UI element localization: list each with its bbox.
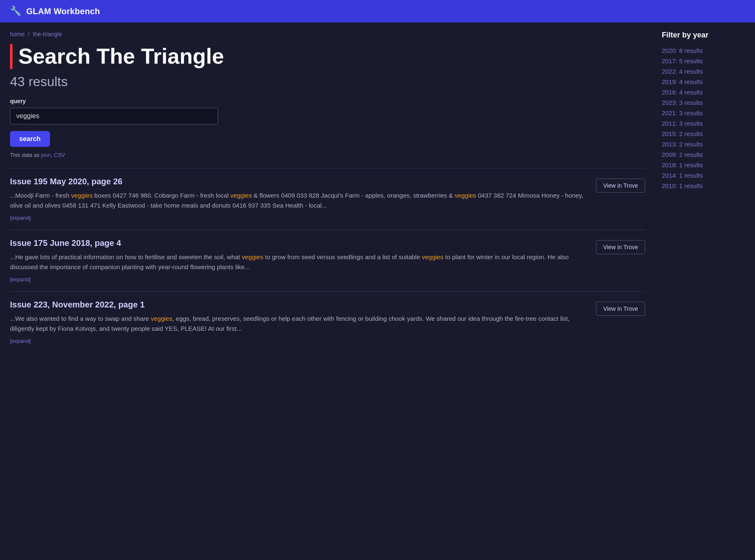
result-text: ...We also wanted to find a way to swap … [10, 314, 588, 334]
expand-link[interactable]: [expand] [10, 276, 31, 282]
result-text: ...He gave lots of practical information… [10, 252, 588, 272]
table-row: Issue 195 May 2020, page 26 ...Moodji Fa… [10, 168, 645, 230]
filter-item[interactable]: 2008: 2 results [662, 150, 745, 159]
title-accent-bar [10, 44, 12, 69]
comma-separator: , [51, 152, 54, 158]
page-title-wrapper: Search The Triangle [10, 44, 645, 69]
page-title: Search The Triangle [18, 45, 224, 68]
result-text: ...Moodji Farm - fresh veggies boxes 042… [10, 191, 588, 211]
query-label: query [10, 98, 645, 104]
filter-item[interactable]: 2013: 2 results [662, 140, 745, 149]
app-header: 🔧 GLAM Workbench [0, 0, 755, 22]
sidebar: Filter by year 2020: 8 results 2017: 5 r… [645, 22, 745, 361]
result-title: Issue 223, November 2022, page 1 [10, 300, 588, 310]
result-title: Issue 175 June 2018, page 4 [10, 238, 588, 248]
breadcrumb-separator: / [28, 31, 30, 37]
filter-item[interactable]: 2018: 1 results [662, 161, 745, 169]
filter-item[interactable]: 2020: 8 results [662, 46, 745, 55]
filter-item[interactable]: 2014: 1 results [662, 171, 745, 180]
filter-item[interactable]: 2016: 4 results [662, 88, 745, 97]
content-area: home / the-triangle Search The Triangle … [10, 22, 645, 361]
results-list: Issue 195 May 2020, page 26 ...Moodji Fa… [10, 168, 645, 353]
search-button[interactable]: search [10, 131, 50, 147]
highlight: veggies [454, 192, 476, 199]
expand-link[interactable]: [expand] [10, 338, 31, 344]
filter-item[interactable]: 2011: 3 results [662, 119, 745, 128]
expand-link[interactable]: [expand] [10, 215, 31, 221]
filter-item[interactable]: 2021: 3 results [662, 109, 745, 117]
data-as-text: This data as [10, 152, 41, 158]
highlight: veggies [151, 315, 172, 322]
highlight: veggies [230, 192, 252, 199]
result-title: Issue 195 May 2020, page 26 [10, 177, 588, 186]
data-links: This data as json, CSV [10, 152, 645, 158]
table-row: Issue 223, November 2022, page 1 ...We a… [10, 291, 645, 353]
view-in-trove-button[interactable]: View in Trove [596, 240, 645, 254]
highlight: veggies [422, 253, 444, 260]
filter-item[interactable]: 2010: 1 results [662, 181, 745, 190]
highlight: veggies [242, 253, 263, 260]
breadcrumb: home / the-triangle [10, 31, 645, 37]
breadcrumb-current[interactable]: the-triangle [33, 31, 62, 37]
result-content: Issue 223, November 2022, page 1 ...We a… [10, 300, 588, 344]
result-content: Issue 195 May 2020, page 26 ...Moodji Fa… [10, 177, 588, 221]
app-title: GLAM Workbench [26, 7, 100, 16]
breadcrumb-home[interactable]: home [10, 31, 25, 37]
wrench-icon: 🔧 [10, 6, 21, 17]
filter-list: 2020: 8 results 2017: 5 results 2022: 4 … [662, 46, 745, 190]
filter-item[interactable]: 2022: 4 results [662, 67, 745, 76]
view-in-trove-button[interactable]: View in Trove [596, 178, 645, 193]
filter-by-year-title: Filter by year [662, 31, 745, 40]
json-link[interactable]: json [41, 152, 51, 158]
filter-item[interactable]: 2017: 5 results [662, 57, 745, 65]
filter-item[interactable]: 2019: 4 results [662, 77, 745, 86]
search-input[interactable] [10, 108, 218, 124]
filter-item[interactable]: 2023: 3 results [662, 98, 745, 107]
table-row: Issue 175 June 2018, page 4 ...He gave l… [10, 230, 645, 291]
results-count: 43 results [10, 74, 645, 89]
filter-item[interactable]: 2015: 2 results [662, 129, 745, 138]
result-content: Issue 175 June 2018, page 4 ...He gave l… [10, 238, 588, 283]
view-in-trove-button[interactable]: View in Trove [596, 302, 645, 316]
csv-link[interactable]: CSV [54, 152, 65, 158]
highlight: veggies [71, 192, 93, 199]
